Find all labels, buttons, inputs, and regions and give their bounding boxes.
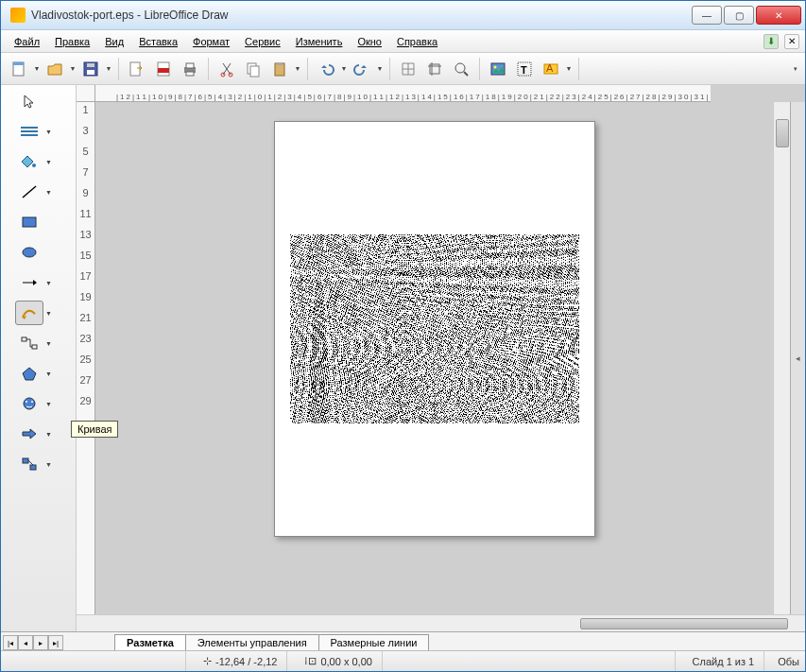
curve-dropdown[interactable]: ▼: [45, 310, 53, 317]
maximize-button[interactable]: ▢: [724, 6, 754, 25]
fill-dropdown[interactable]: ▼: [45, 159, 53, 165]
line-dropdown[interactable]: ▼: [45, 189, 53, 196]
save-dropdown[interactable]: ▼: [105, 65, 112, 72]
copy-button[interactable]: [241, 57, 266, 81]
paste-dropdown[interactable]: ▼: [294, 65, 301, 72]
connector-dropdown[interactable]: ▼: [45, 340, 53, 347]
line-style-dropdown[interactable]: ▼: [45, 129, 53, 135]
svg-point-26: [455, 63, 465, 73]
h-scrollbar-thumb[interactable]: [580, 618, 788, 629]
menu-edit[interactable]: Правка: [47, 33, 97, 50]
cut-button[interactable]: [214, 57, 239, 81]
rectangle-tool[interactable]: [15, 210, 43, 234]
svg-line-46: [28, 460, 33, 465]
line-style-tool[interactable]: [15, 119, 43, 144]
workspace: ▼ ▼ ▼ ▼ ▼ ▼ ▼ ▼ ▼ ▼ |12|11|10|9|8|7|6|5|…: [1, 85, 805, 631]
shapes-dropdown[interactable]: ▼: [45, 370, 53, 377]
download-icon[interactable]: ⬇: [763, 34, 779, 49]
menu-modify[interactable]: Изменить: [288, 33, 351, 50]
text-button[interactable]: T: [512, 57, 537, 81]
horizontal-scrollbar[interactable]: [77, 614, 805, 631]
svg-rect-16: [277, 62, 283, 65]
line-tool[interactable]: [15, 180, 43, 204]
crop-button[interactable]: [422, 57, 447, 81]
svg-text:A: A: [546, 62, 554, 74]
window-title: Vladivostok-port.eps - LibreOffice Draw: [31, 9, 690, 22]
scrollbar-thumb[interactable]: [776, 119, 789, 147]
svg-point-37: [23, 248, 36, 257]
sidebar-toggle[interactable]: ◂: [790, 102, 805, 614]
curve-tool[interactable]: [15, 301, 43, 325]
flowchart-tool[interactable]: [15, 452, 43, 476]
app-icon: [10, 8, 26, 23]
menu-file[interactable]: Файл: [7, 33, 47, 50]
close-button[interactable]: ✕: [756, 6, 801, 25]
tools-sidebar: ▼ ▼ ▼ ▼ ▼ ▼ ▼ ▼ ▼ ▼: [1, 85, 77, 631]
menu-help[interactable]: Справка: [389, 33, 445, 50]
open-dropdown[interactable]: ▼: [69, 65, 77, 72]
doc-close-button[interactable]: ✕: [784, 34, 799, 49]
block-arrow-tool[interactable]: [15, 422, 43, 446]
svg-point-42: [26, 401, 27, 403]
menu-format[interactable]: Формат: [185, 33, 237, 50]
fill-tool[interactable]: [15, 149, 43, 174]
fontwork-button[interactable]: A: [539, 57, 563, 81]
svg-text:T: T: [521, 64, 527, 76]
basic-shapes-tool[interactable]: [15, 361, 43, 386]
menu-tools[interactable]: Сервис: [237, 33, 288, 50]
undo-button[interactable]: [314, 57, 338, 81]
flowchart-dropdown[interactable]: ▼: [45, 461, 53, 468]
undo-dropdown[interactable]: ▼: [340, 65, 348, 72]
block-arrow-dropdown[interactable]: ▼: [45, 431, 53, 438]
svg-line-35: [23, 186, 36, 198]
redo-dropdown[interactable]: ▼: [376, 65, 384, 72]
eps-image[interactable]: [290, 234, 579, 423]
arrow-dropdown[interactable]: ▼: [45, 280, 53, 286]
svg-rect-1: [13, 62, 24, 65]
arrow-tool[interactable]: [15, 270, 43, 295]
pdf-button[interactable]: [151, 57, 176, 81]
print-button[interactable]: [178, 57, 202, 81]
position-icon: ⊹: [203, 655, 212, 667]
tab-next[interactable]: ▸: [33, 635, 48, 650]
status-slide: Слайд 1 из 1: [689, 651, 765, 671]
export-button[interactable]: [125, 57, 149, 81]
connector-tool[interactable]: [15, 331, 43, 355]
grid-button[interactable]: [396, 57, 420, 81]
minimize-button[interactable]: —: [692, 6, 722, 25]
symbol-tool[interactable]: [15, 391, 43, 416]
ruler-vertical[interactable]: 1357911131517192123252729: [77, 102, 95, 614]
menu-insert[interactable]: Вставка: [131, 33, 185, 50]
canvas-area: |12|11|10|9|8|7|6|5|4|3|2|1|0|1|2|3|4|5|…: [77, 85, 805, 631]
svg-rect-7: [158, 68, 169, 73]
svg-rect-10: [186, 72, 194, 76]
tab-first[interactable]: |◂: [3, 635, 18, 650]
zoom-button[interactable]: [449, 57, 473, 81]
paste-button[interactable]: [267, 57, 292, 81]
ruler-horizontal[interactable]: |12|11|10|9|8|7|6|5|4|3|2|1|0|1|2|3|4|5|…: [95, 85, 711, 102]
svg-line-27: [464, 72, 468, 76]
fontwork-dropdown[interactable]: ▼: [565, 65, 573, 72]
tab-dimlines[interactable]: Размерные линии: [318, 634, 430, 650]
select-tool[interactable]: [15, 89, 43, 113]
save-button[interactable]: [78, 57, 103, 81]
new-button[interactable]: [7, 57, 31, 81]
menu-view[interactable]: Вид: [97, 33, 131, 50]
open-button[interactable]: [43, 57, 67, 81]
new-dropdown[interactable]: ▼: [33, 65, 41, 72]
tab-prev[interactable]: ◂: [18, 635, 33, 650]
canvas[interactable]: [95, 102, 773, 614]
svg-rect-40: [32, 345, 37, 349]
tab-layout[interactable]: Разметка: [114, 634, 186, 650]
redo-button[interactable]: [350, 57, 374, 81]
symbol-dropdown[interactable]: ▼: [45, 401, 53, 407]
vertical-scrollbar[interactable]: [773, 102, 790, 614]
svg-rect-39: [22, 337, 26, 341]
toolbar-overflow[interactable]: ▾: [792, 65, 799, 73]
menu-window[interactable]: Окно: [350, 33, 389, 50]
tab-last[interactable]: ▸|: [48, 635, 63, 650]
tab-controls[interactable]: Элементы управления: [185, 634, 319, 650]
picture-button[interactable]: [486, 57, 510, 81]
ellipse-tool[interactable]: [15, 240, 43, 265]
size-icon: ⁞⊡: [304, 655, 317, 667]
